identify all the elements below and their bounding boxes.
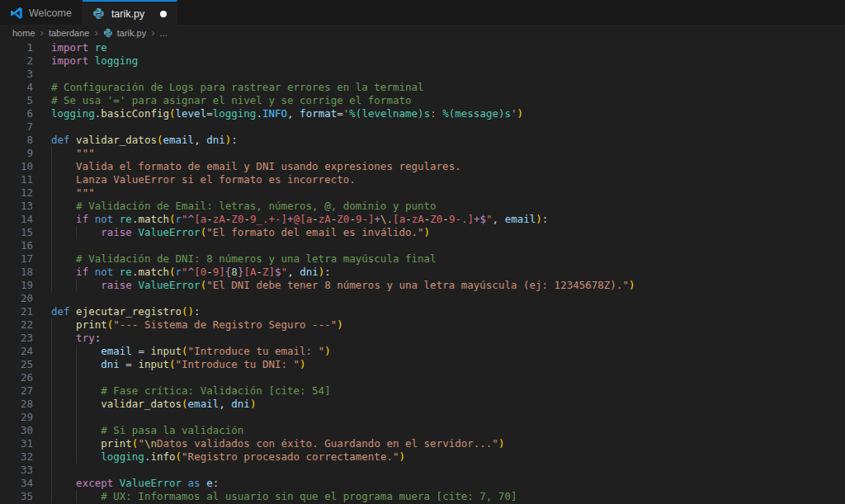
- code-line[interactable]: if not re.match(r"^[0-9]{8}[A-Z]$", dni)…: [51, 266, 845, 279]
- line-number[interactable]: 4: [0, 81, 33, 94]
- line-number[interactable]: 23: [0, 332, 33, 345]
- line-number[interactable]: 8: [0, 134, 33, 147]
- code-row[interactable]: 27 # Fase crítica: Validación [cite: 54]: [0, 384, 845, 398]
- code-row[interactable]: 30 # Si pasa la validación: [0, 424, 845, 437]
- code-row[interactable]: 15 raise ValueError("El formato del emai…: [0, 226, 845, 239]
- code-line[interactable]: dni = input("Introduce tu DNI: "): [51, 358, 845, 371]
- code-line[interactable]: print("--- Sistema de Registro Seguro --…: [51, 318, 845, 332]
- code-line[interactable]: print("\nDatos validados con éxito. Guar…: [51, 437, 845, 450]
- code-row[interactable]: 31 print("\nDatos validados con éxito. G…: [0, 437, 845, 450]
- line-number[interactable]: 20: [0, 292, 33, 305]
- code-row[interactable]: 34 except ValueError as e:: [0, 477, 845, 490]
- line-number[interactable]: 17: [0, 252, 33, 266]
- code-row[interactable]: 7: [0, 120, 845, 134]
- line-number[interactable]: 10: [0, 160, 33, 173]
- line-number[interactable]: 32: [0, 450, 33, 464]
- code-line[interactable]: import re: [51, 41, 845, 54]
- line-number[interactable]: 22: [0, 318, 33, 332]
- code-line[interactable]: # Se usa '=' para asignar el nivel y se …: [51, 94, 845, 107]
- line-number[interactable]: 25: [0, 358, 33, 371]
- code-row[interactable]: 12 """: [0, 186, 845, 200]
- line-number[interactable]: 15: [0, 226, 33, 239]
- line-number[interactable]: 26: [0, 371, 33, 384]
- code-row[interactable]: 14 if not re.match(r"^[a-zA-Z0-9_.+-]+@[…: [0, 213, 845, 226]
- code-line[interactable]: # Validación de DNI: 8 números y una let…: [51, 252, 845, 266]
- code-row[interactable]: 24 email = input("Introduce tu email: "): [0, 345, 845, 358]
- line-number[interactable]: 31: [0, 437, 33, 450]
- code-line[interactable]: # Validación de Email: letras, números, …: [51, 200, 845, 213]
- code-row[interactable]: 21def ejecutar_registro():: [0, 305, 845, 318]
- code-line[interactable]: logging.info("Registro procesado correct…: [51, 450, 845, 464]
- code-line[interactable]: import logging: [51, 54, 845, 68]
- code-row[interactable]: 35 # UX: Informamos al usuario sin que e…: [0, 490, 845, 503]
- code-row[interactable]: 17 # Validación de DNI: 8 números y una …: [0, 252, 845, 266]
- line-number[interactable]: 11: [0, 173, 33, 186]
- code-row[interactable]: 32 logging.info("Registro procesado corr…: [0, 450, 845, 464]
- code-line[interactable]: try:: [51, 332, 845, 345]
- code-row[interactable]: 33: [0, 464, 845, 477]
- code-line[interactable]: [51, 371, 845, 384]
- code-line[interactable]: logging.basicConfig(level=logging.INFO, …: [51, 107, 845, 120]
- code-line[interactable]: # Configuración de Logs para rastrear er…: [51, 81, 845, 94]
- code-row[interactable]: 9 """: [0, 147, 845, 160]
- code-row[interactable]: 26: [0, 371, 845, 384]
- line-number[interactable]: 24: [0, 345, 33, 358]
- line-number[interactable]: 16: [0, 239, 33, 252]
- line-number[interactable]: 7: [0, 120, 33, 134]
- code-line[interactable]: if not re.match(r"^[a-zA-Z0-9_.+-]+@[a-z…: [51, 213, 845, 226]
- line-number[interactable]: 9: [0, 147, 33, 160]
- code-line[interactable]: """: [51, 147, 845, 160]
- code-row[interactable]: 1import re: [0, 41, 845, 54]
- code-line[interactable]: [51, 464, 845, 477]
- code-row[interactable]: 23 try:: [0, 332, 845, 345]
- breadcrumb-item-home[interactable]: home: [12, 28, 35, 38]
- code-row[interactable]: 8def validar_datos(email, dni):: [0, 134, 845, 147]
- line-number[interactable]: 13: [0, 200, 33, 213]
- line-number[interactable]: 12: [0, 186, 33, 200]
- code-line[interactable]: # UX: Informamos al usuario sin que el p…: [51, 490, 845, 503]
- code-line[interactable]: raise ValueError("El DNI debe tener 8 nú…: [51, 279, 845, 292]
- code-row[interactable]: 28 validar_datos(email, dni): [0, 398, 845, 411]
- code-line[interactable]: [51, 120, 845, 134]
- code-row[interactable]: 13 # Validación de Email: letras, número…: [0, 200, 845, 213]
- line-number[interactable]: 21: [0, 305, 33, 318]
- code-line[interactable]: """: [51, 186, 845, 200]
- code-row[interactable]: 29: [0, 411, 845, 424]
- code-row[interactable]: 25 dni = input("Introduce tu DNI: "): [0, 358, 845, 371]
- line-number[interactable]: 33: [0, 464, 33, 477]
- code-line[interactable]: [51, 292, 845, 305]
- code-line[interactable]: email = input("Introduce tu email: "): [51, 345, 845, 358]
- code-line[interactable]: def validar_datos(email, dni):: [51, 134, 845, 147]
- code-row[interactable]: 19 raise ValueError("El DNI debe tener 8…: [0, 279, 845, 292]
- line-number[interactable]: 18: [0, 266, 33, 279]
- line-number[interactable]: 2: [0, 54, 33, 68]
- code-line[interactable]: # Si pasa la validación: [51, 424, 845, 437]
- line-number[interactable]: 28: [0, 398, 33, 411]
- code-row[interactable]: 6logging.basicConfig(level=logging.INFO,…: [0, 107, 845, 120]
- breadcrumb-item-file[interactable]: tarik.py: [117, 28, 146, 38]
- code-line[interactable]: # Fase crítica: Validación [cite: 54]: [51, 384, 845, 398]
- line-number[interactable]: 29: [0, 411, 33, 424]
- breadcrumb-item-taberdane[interactable]: taberdane: [49, 28, 90, 38]
- modified-indicator-dot[interactable]: [160, 11, 167, 17]
- line-number[interactable]: 19: [0, 279, 33, 292]
- code-row[interactable]: 10 Valida el formato de email y DNI usan…: [0, 160, 845, 173]
- code-row[interactable]: 11 Lanza ValueError si el formato es inc…: [0, 173, 845, 186]
- code-row[interactable]: 3: [0, 68, 845, 81]
- line-number[interactable]: 14: [0, 213, 33, 226]
- code-row[interactable]: 22 print("--- Sistema de Registro Seguro…: [0, 318, 845, 332]
- code-row[interactable]: 20: [0, 292, 845, 305]
- code-row[interactable]: 5# Se usa '=' para asignar el nivel y se…: [0, 94, 845, 107]
- code-line[interactable]: [51, 68, 845, 81]
- code-line[interactable]: Valida el formato de email y DNI usando …: [51, 160, 845, 173]
- breadcrumb-item-symbols[interactable]: ...: [160, 28, 168, 38]
- code-row[interactable]: 4# Configuración de Logs para rastrear e…: [0, 81, 845, 94]
- tab-welcome[interactable]: Welcome: [0, 0, 83, 25]
- code-line[interactable]: validar_datos(email, dni): [51, 398, 845, 411]
- code-line[interactable]: raise ValueError("El formato del email e…: [51, 226, 845, 239]
- line-number[interactable]: 30: [0, 424, 33, 437]
- code-line[interactable]: [51, 239, 845, 252]
- line-number[interactable]: 5: [0, 94, 33, 107]
- line-number[interactable]: 34: [0, 477, 33, 490]
- code-line[interactable]: Lanza ValueError si el formato es incorr…: [51, 173, 845, 186]
